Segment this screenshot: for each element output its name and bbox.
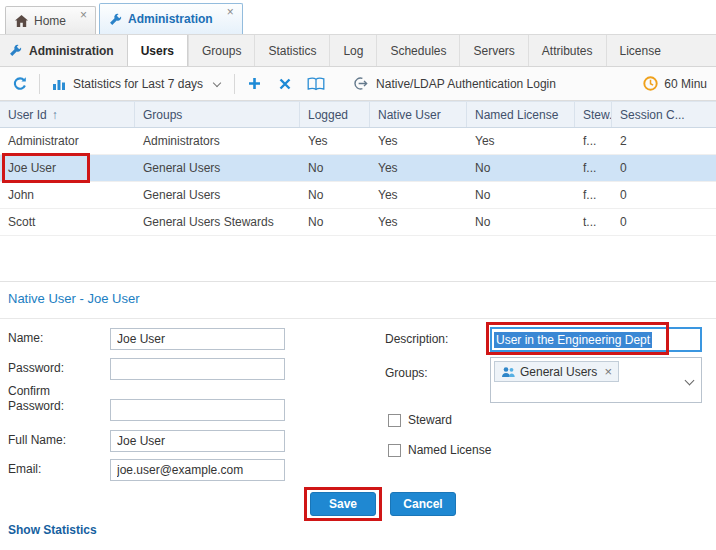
column-header-session-count[interactable]: Session C... (612, 102, 716, 127)
tab-statistics[interactable]: Statistics (254, 35, 329, 66)
column-header-native-user[interactable]: Native User (370, 102, 467, 127)
cell-logged: Yes (300, 128, 370, 154)
cancel-button[interactable]: Cancel (390, 492, 456, 516)
confirm-password-input[interactable] (110, 399, 285, 421)
save-button[interactable]: Save (310, 492, 376, 516)
show-statistics-link[interactable]: Show Statistics (8, 523, 97, 537)
session-timeout-label: 60 Minu (664, 77, 707, 91)
name-input[interactable] (110, 328, 285, 350)
users-icon (501, 366, 515, 378)
window-tab-bar: Home × Administration × (0, 0, 716, 34)
cell-named-license: No (467, 155, 575, 181)
table-row-joe-user[interactable]: Joe User General Users No Yes No f... 0 (0, 155, 716, 182)
login-icon (353, 76, 369, 91)
tab-administration-label: Administration (128, 12, 213, 26)
cell-groups: General Users (135, 155, 300, 181)
groups-label: Groups: (385, 366, 428, 380)
cell-user-id: John (0, 182, 135, 208)
group-chip: General Users × (494, 361, 619, 382)
name-label: Name: (8, 331, 43, 345)
steward-checkbox[interactable]: Steward (388, 413, 452, 427)
cell-session-count: 0 (612, 209, 716, 235)
cell-native-user: Yes (370, 128, 467, 154)
named-license-label: Named License (408, 443, 491, 457)
cell-groups: General Users Stewards (135, 209, 300, 235)
column-header-logged[interactable]: Logged (300, 102, 370, 127)
tab-attributes[interactable]: Attributes (528, 35, 606, 66)
tab-administration-window[interactable]: Administration × (99, 3, 243, 34)
divider (0, 281, 716, 282)
group-chip-label: General Users (520, 365, 597, 379)
column-header-label: User Id (8, 108, 47, 122)
sort-ascending-icon: ↑ (52, 108, 58, 122)
column-header-label: Native User (378, 108, 441, 122)
toolbar-separator (39, 74, 40, 94)
authentication-mode-dropdown[interactable]: Native/LDAP Authentication Login (353, 76, 556, 91)
delete-user-button[interactable] (274, 73, 296, 95)
close-icon[interactable]: × (227, 6, 234, 18)
tab-users[interactable]: Users (127, 35, 188, 66)
toolbar: Statistics for Last 7 days Native/LDAP A… (0, 67, 716, 101)
column-header-label: Named License (475, 108, 558, 122)
password-input[interactable] (110, 358, 285, 380)
chevron-down-icon[interactable] (685, 376, 695, 386)
tab-home[interactable]: Home × (5, 6, 96, 34)
tab-groups[interactable]: Groups (188, 35, 254, 66)
home-icon (15, 15, 28, 27)
close-icon[interactable]: × (80, 9, 87, 21)
column-header-named-license[interactable]: Named License (467, 102, 575, 127)
users-table-header: User Id ↑ Groups Logged Native User Name… (0, 101, 716, 128)
authentication-mode-label: Native/LDAP Authentication Login (376, 77, 556, 91)
administration-page: Home × Administration × Administration U… (0, 0, 716, 550)
cell-logged: No (300, 209, 370, 235)
address-book-button[interactable] (305, 73, 327, 95)
email-input[interactable] (110, 459, 285, 481)
checkbox-unchecked-icon (388, 414, 401, 427)
groups-multiselect[interactable]: General Users × (490, 357, 702, 403)
cell-named-license: No (467, 209, 575, 235)
cell-session-count: 0 (612, 155, 716, 181)
column-header-steward[interactable]: Stew... (575, 102, 612, 127)
cell-logged: No (300, 155, 370, 181)
table-row-administrator[interactable]: Administrator Administrators Yes Yes Yes… (0, 128, 716, 155)
column-header-groups[interactable]: Groups (135, 102, 300, 127)
tab-schedules[interactable]: Schedules (376, 35, 459, 66)
tab-license[interactable]: License (606, 35, 674, 66)
divider (0, 318, 716, 319)
remove-icon[interactable]: × (604, 364, 612, 379)
admin-section: Administration (0, 35, 127, 66)
email-label: Email: (8, 462, 41, 476)
column-header-user-id[interactable]: User Id ↑ (0, 102, 135, 127)
cell-native-user: Yes (370, 182, 467, 208)
full-name-input[interactable] (110, 430, 285, 452)
description-label: Description: (385, 332, 448, 346)
clock-icon (643, 76, 658, 91)
cell-steward: f... (575, 155, 612, 181)
password-label: Password: (8, 361, 64, 375)
steward-label: Steward (408, 413, 452, 427)
table-row-scott[interactable]: Scott General Users Stewards No Yes No t… (0, 209, 716, 236)
toolbar-separator (234, 74, 235, 94)
session-timeout-dropdown[interactable]: 60 Minu (643, 76, 707, 91)
cell-steward: t... (575, 209, 612, 235)
confirm-password-label: Confirm Password: (8, 384, 70, 414)
administration-icon (109, 13, 122, 26)
statistics-period-label: Statistics for Last 7 days (73, 77, 203, 91)
description-input[interactable]: User in the Engineering Dept (490, 327, 702, 352)
column-header-label: Stew... (583, 108, 612, 122)
tab-servers[interactable]: Servers (459, 35, 527, 66)
admin-nav-bar: Administration Users Groups Statistics L… (0, 34, 716, 67)
refresh-button[interactable] (9, 73, 31, 95)
admin-section-label: Administration (29, 44, 114, 58)
cell-native-user: Yes (370, 155, 467, 181)
column-header-label: Logged (308, 108, 348, 122)
cell-user-id: Scott (0, 209, 135, 235)
tab-log[interactable]: Log (329, 35, 376, 66)
add-user-button[interactable] (243, 73, 265, 95)
named-license-checkbox[interactable]: Named License (388, 443, 491, 457)
table-row-john[interactable]: John General Users No Yes No f... 0 (0, 182, 716, 209)
statistics-period-dropdown[interactable]: Statistics for Last 7 days (48, 77, 226, 91)
bar-chart-icon (52, 77, 66, 91)
selected-text: User in the Engineering Dept (494, 332, 652, 348)
checkbox-unchecked-icon (388, 444, 401, 457)
